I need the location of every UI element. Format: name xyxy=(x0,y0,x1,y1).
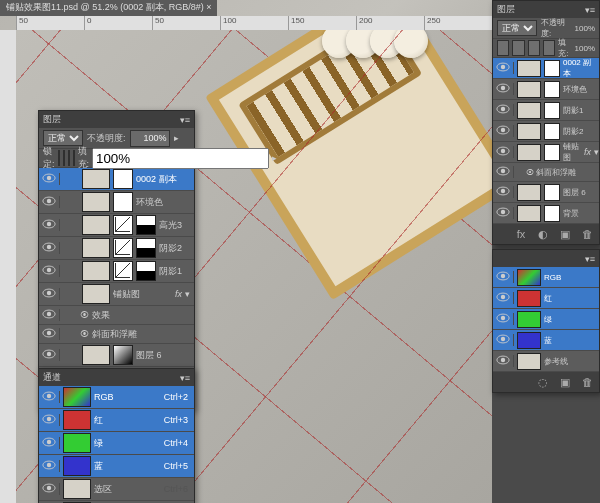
fx-icon[interactable]: fx xyxy=(513,227,529,241)
layer-thumb[interactable] xyxy=(82,284,110,304)
layer-thumb[interactable] xyxy=(82,261,110,281)
layer-row[interactable]: 阴影1 xyxy=(493,100,599,121)
new-channel-icon[interactable]: ▣ xyxy=(557,375,573,389)
visibility-icon[interactable] xyxy=(39,196,60,208)
visibility-icon[interactable] xyxy=(39,460,60,472)
fill-input[interactable] xyxy=(92,148,269,169)
panel-header[interactable]: 通道 ▾≡ xyxy=(39,369,194,386)
panel-menu-icon[interactable]: ▾≡ xyxy=(585,254,595,264)
visibility-icon[interactable] xyxy=(39,349,60,361)
channels-panel-docked[interactable]: ▾≡ RGB红绿蓝参考线 ◌ ▣ 🗑 xyxy=(492,249,600,393)
visibility-icon[interactable] xyxy=(39,288,60,300)
layer-name[interactable]: 环境色 xyxy=(136,196,194,209)
chevron-down-icon[interactable]: ▸ xyxy=(272,153,277,163)
fx-sub[interactable]: ⦿ 效果 xyxy=(39,306,194,325)
visibility-icon[interactable] xyxy=(493,125,514,137)
panel-menu-icon[interactable]: ▾≡ xyxy=(585,5,595,15)
chevron-down-icon[interactable]: ▸ xyxy=(174,133,179,143)
layer-row[interactable]: 环境色 xyxy=(493,79,599,100)
trash-icon[interactable]: 🗑 xyxy=(579,375,595,389)
layer-row[interactable]: 环境色 xyxy=(39,191,194,214)
layer-row[interactable]: 图层 6 xyxy=(493,182,599,203)
chevron-down-icon[interactable]: ▾ xyxy=(594,147,599,157)
visibility-icon[interactable] xyxy=(493,62,514,74)
channel-row[interactable]: 蓝 xyxy=(493,330,599,351)
visibility-icon[interactable] xyxy=(39,242,60,254)
panel-menu-icon[interactable]: ▾≡ xyxy=(180,115,190,125)
channel-row[interactable]: 参考线 xyxy=(493,351,599,372)
layer-thumb[interactable] xyxy=(82,345,110,365)
opacity-input[interactable] xyxy=(130,130,170,147)
layer-row[interactable]: 阴影2 xyxy=(493,121,599,142)
channel-list[interactable]: RGB红绿蓝参考线 xyxy=(493,267,599,372)
visibility-icon[interactable] xyxy=(493,271,514,283)
channel-row[interactable]: RGB xyxy=(493,267,599,288)
layer-thumb[interactable] xyxy=(82,169,110,189)
layer-row[interactable]: 背景 xyxy=(493,203,599,224)
layer-row[interactable]: 铺贴图fx▾ xyxy=(39,283,194,306)
layer-name[interactable]: 0002 副本 xyxy=(136,173,194,186)
channel-row[interactable]: 绿 xyxy=(493,309,599,330)
layer-list[interactable]: 0002 副本环境色高光3阴影2阴影1铺贴图fx▾⦿ 效果⦿ 斜面和浮雕图层 6… xyxy=(39,168,194,390)
visibility-icon[interactable] xyxy=(493,83,514,95)
layer-name[interactable]: 高光3 xyxy=(159,219,194,232)
visibility-icon[interactable] xyxy=(493,146,514,158)
channel-row[interactable]: 选区Ctrl+6 xyxy=(39,478,194,501)
panel-menu-icon[interactable]: ▾≡ xyxy=(180,373,190,383)
layer-name[interactable]: 铺贴图 xyxy=(113,288,175,301)
layer-thumb[interactable] xyxy=(82,192,110,212)
layers-panel[interactable]: 图层 ▾≡ 正常 不透明度: ▸ 锁定: 填充: ▸ 0002 副本环境色高光3… xyxy=(38,110,195,411)
lock-all-icon[interactable] xyxy=(73,150,75,166)
lock-brush-icon[interactable] xyxy=(63,150,65,166)
layer-row[interactable]: 图层 6 xyxy=(39,344,194,367)
layer-row[interactable]: 阴影1 xyxy=(39,260,194,283)
visibility-icon[interactable] xyxy=(493,292,514,304)
visibility-icon[interactable] xyxy=(493,104,514,116)
visibility-icon[interactable] xyxy=(39,265,60,277)
doc-tab[interactable]: 铺贴效果图11.psd @ 51.2% (0002 副本, RGB/8#) × xyxy=(0,0,217,16)
visibility-icon[interactable] xyxy=(39,391,60,403)
blend-mode-select[interactable]: 正常 xyxy=(497,20,537,36)
channel-row[interactable]: 绿Ctrl+4 xyxy=(39,432,194,455)
layer-list[interactable]: 0002 副本环境色阴影1阴影2铺贴图fx▾⦿ 斜面和浮雕图层 6背景 xyxy=(493,58,599,224)
layer-name[interactable]: 阴影1 xyxy=(159,265,194,278)
lock-move-icon[interactable] xyxy=(68,150,70,166)
visibility-icon[interactable] xyxy=(493,186,514,198)
visibility-icon[interactable] xyxy=(39,483,60,495)
layer-row[interactable]: 铺贴图fx▾ xyxy=(493,142,599,163)
chevron-down-icon[interactable]: ▾ xyxy=(185,289,190,299)
layer-name[interactable]: 阴影2 xyxy=(159,242,194,255)
svg-point-39 xyxy=(501,128,505,132)
visibility-icon[interactable] xyxy=(39,173,60,185)
channels-panel[interactable]: 通道 ▾≡ RGBCtrl+2红Ctrl+3绿Ctrl+4蓝Ctrl+5选区Ct… xyxy=(38,368,195,503)
visibility-icon[interactable] xyxy=(493,334,514,346)
channel-row[interactable]: 红 xyxy=(493,288,599,309)
panel-header[interactable]: 图层 ▾≡ xyxy=(39,111,194,128)
layer-row[interactable]: 阴影2 xyxy=(39,237,194,260)
channel-row[interactable]: 蓝Ctrl+5 xyxy=(39,455,194,478)
layer-thumb[interactable] xyxy=(82,215,110,235)
load-selection-icon[interactable]: ◌ xyxy=(535,375,551,389)
visibility-icon[interactable] xyxy=(39,414,60,426)
trash-icon[interactable]: 🗑 xyxy=(579,227,595,241)
lock-transparent-icon[interactable] xyxy=(58,150,60,166)
new-layer-icon[interactable]: ▣ xyxy=(557,227,573,241)
fx-sub[interactable]: ⦿ 斜面和浮雕 xyxy=(493,163,599,182)
visibility-icon[interactable] xyxy=(39,219,60,231)
visibility-icon[interactable] xyxy=(493,355,514,367)
channel-row[interactable]: RGBCtrl+2 xyxy=(39,386,194,409)
layer-row[interactable]: 0002 副本 xyxy=(39,168,194,191)
layer-thumb[interactable] xyxy=(82,238,110,258)
fx-sub[interactable]: ⦿ 斜面和浮雕 xyxy=(39,325,194,344)
layer-name[interactable]: 图层 6 xyxy=(136,349,194,362)
layers-panel-docked[interactable]: 图层▾≡ 正常 不透明度: 100% 填充:100% 0002 副本环境色阴影1… xyxy=(492,0,600,245)
layer-row[interactable]: 0002 副本 xyxy=(493,58,599,79)
visibility-icon[interactable] xyxy=(493,313,514,325)
mask-icon[interactable]: ◐ xyxy=(535,227,551,241)
visibility-icon[interactable] xyxy=(39,437,60,449)
layer-row[interactable]: 高光3 xyxy=(39,214,194,237)
channel-list[interactable]: RGBCtrl+2红Ctrl+3绿Ctrl+4蓝Ctrl+5选区Ctrl+6参考… xyxy=(39,386,194,503)
channel-row[interactable]: 红Ctrl+3 xyxy=(39,409,194,432)
blend-mode-select[interactable]: 正常 xyxy=(43,130,83,146)
visibility-icon[interactable] xyxy=(493,207,514,219)
